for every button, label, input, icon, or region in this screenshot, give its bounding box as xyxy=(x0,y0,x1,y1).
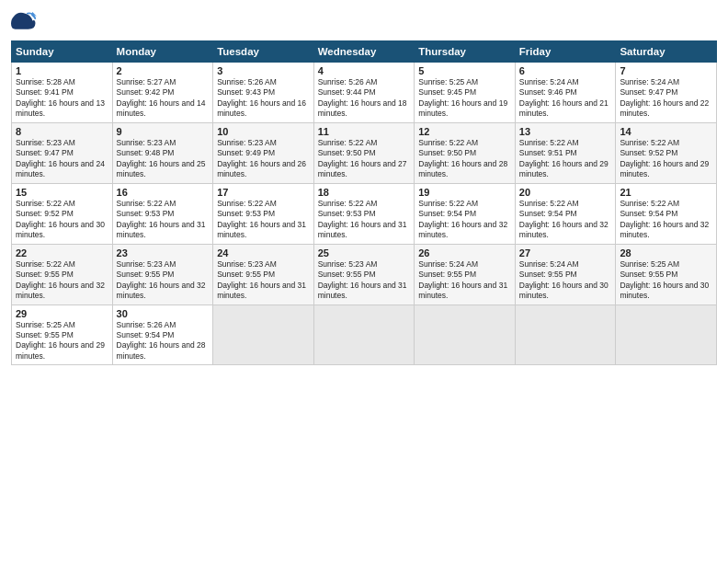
day-number: 13 xyxy=(519,126,612,137)
day-info: Sunrise: 5:22 AMSunset: 9:51 PMDaylight:… xyxy=(519,138,612,180)
day-info: Sunrise: 5:22 AMSunset: 9:54 PMDaylight:… xyxy=(620,199,712,241)
day-cell: 22Sunrise: 5:22 AMSunset: 9:55 PMDayligh… xyxy=(12,244,113,304)
day-cell: 13Sunrise: 5:22 AMSunset: 9:51 PMDayligh… xyxy=(515,122,616,183)
day-info: Sunrise: 5:22 AMSunset: 9:53 PMDaylight:… xyxy=(117,199,210,241)
day-number: 28 xyxy=(620,247,712,259)
day-info: Sunrise: 5:23 AMSunset: 9:49 PMDaylight:… xyxy=(217,138,310,180)
day-number: 10 xyxy=(217,126,310,137)
day-cell: 6Sunrise: 5:24 AMSunset: 9:46 PMDaylight… xyxy=(515,63,616,123)
day-number: 5 xyxy=(418,65,511,76)
day-cell: 18Sunrise: 5:22 AMSunset: 9:53 PMDayligh… xyxy=(313,183,415,244)
day-number: 9 xyxy=(117,126,210,137)
week-row-5: 29Sunrise: 5:25 AMSunset: 9:55 PMDayligh… xyxy=(12,304,717,365)
day-info: Sunrise: 5:23 AMSunset: 9:48 PMDaylight:… xyxy=(117,138,210,180)
day-cell xyxy=(213,304,314,365)
day-number: 15 xyxy=(16,187,108,198)
day-number: 2 xyxy=(117,65,210,76)
day-number: 14 xyxy=(620,126,712,137)
column-header-wednesday: Wednesday xyxy=(313,41,415,63)
calendar-table: SundayMondayTuesdayWednesdayThursdayFrid… xyxy=(11,40,717,365)
day-info: Sunrise: 5:26 AMSunset: 9:43 PMDaylight:… xyxy=(217,77,310,120)
day-number: 7 xyxy=(620,65,712,76)
header-row: SundayMondayTuesdayWednesdayThursdayFrid… xyxy=(12,41,717,63)
day-cell: 29Sunrise: 5:25 AMSunset: 9:55 PMDayligh… xyxy=(12,304,113,365)
day-cell: 11Sunrise: 5:22 AMSunset: 9:50 PMDayligh… xyxy=(313,122,415,183)
column-header-sunday: Sunday xyxy=(12,41,113,63)
day-info: Sunrise: 5:22 AMSunset: 9:50 PMDaylight:… xyxy=(418,138,511,180)
day-number: 4 xyxy=(318,65,411,76)
day-number: 18 xyxy=(318,187,411,198)
day-number: 27 xyxy=(519,247,612,259)
day-number: 3 xyxy=(217,65,310,76)
day-cell: 26Sunrise: 5:24 AMSunset: 9:55 PMDayligh… xyxy=(415,244,516,304)
day-number: 22 xyxy=(16,247,108,259)
day-cell xyxy=(616,304,717,365)
day-cell: 28Sunrise: 5:25 AMSunset: 9:55 PMDayligh… xyxy=(616,244,717,304)
day-cell: 1Sunrise: 5:28 AMSunset: 9:41 PMDaylight… xyxy=(12,63,113,123)
day-cell: 24Sunrise: 5:23 AMSunset: 9:55 PMDayligh… xyxy=(213,244,314,304)
header xyxy=(11,9,717,35)
day-cell: 17Sunrise: 5:22 AMSunset: 9:53 PMDayligh… xyxy=(213,183,314,244)
day-number: 6 xyxy=(519,65,612,76)
column-header-saturday: Saturday xyxy=(616,41,717,63)
day-info: Sunrise: 5:23 AMSunset: 9:55 PMDaylight:… xyxy=(318,259,411,302)
day-number: 12 xyxy=(418,126,511,137)
column-header-friday: Friday xyxy=(515,41,616,63)
day-info: Sunrise: 5:25 AMSunset: 9:45 PMDaylight:… xyxy=(418,77,511,120)
logo xyxy=(11,9,40,35)
week-row-2: 8Sunrise: 5:23 AMSunset: 9:47 PMDaylight… xyxy=(12,122,717,183)
day-number: 29 xyxy=(16,308,108,319)
day-number: 11 xyxy=(318,126,411,137)
day-cell: 3Sunrise: 5:26 AMSunset: 9:43 PMDaylight… xyxy=(213,63,314,123)
day-cell xyxy=(313,304,415,365)
day-cell: 7Sunrise: 5:24 AMSunset: 9:47 PMDaylight… xyxy=(616,63,717,123)
day-cell: 4Sunrise: 5:26 AMSunset: 9:44 PMDaylight… xyxy=(313,63,415,123)
day-cell: 14Sunrise: 5:22 AMSunset: 9:52 PMDayligh… xyxy=(616,122,717,183)
day-info: Sunrise: 5:22 AMSunset: 9:50 PMDaylight:… xyxy=(318,138,411,180)
day-cell: 10Sunrise: 5:23 AMSunset: 9:49 PMDayligh… xyxy=(213,122,314,183)
day-cell xyxy=(515,304,616,365)
day-cell: 19Sunrise: 5:22 AMSunset: 9:54 PMDayligh… xyxy=(415,183,516,244)
day-info: Sunrise: 5:23 AMSunset: 9:55 PMDaylight:… xyxy=(117,259,210,302)
day-info: Sunrise: 5:27 AMSunset: 9:42 PMDaylight:… xyxy=(117,77,210,120)
column-header-tuesday: Tuesday xyxy=(213,41,314,63)
day-info: Sunrise: 5:25 AMSunset: 9:55 PMDaylight:… xyxy=(16,320,108,362)
day-number: 16 xyxy=(117,187,210,198)
day-info: Sunrise: 5:22 AMSunset: 9:54 PMDaylight:… xyxy=(418,199,511,241)
day-info: Sunrise: 5:22 AMSunset: 9:53 PMDaylight:… xyxy=(318,199,411,241)
day-cell: 5Sunrise: 5:25 AMSunset: 9:45 PMDaylight… xyxy=(415,63,516,123)
day-info: Sunrise: 5:28 AMSunset: 9:41 PMDaylight:… xyxy=(16,77,108,120)
day-number: 20 xyxy=(519,187,612,198)
day-info: Sunrise: 5:26 AMSunset: 9:44 PMDaylight:… xyxy=(318,77,411,120)
day-cell: 15Sunrise: 5:22 AMSunset: 9:52 PMDayligh… xyxy=(12,183,113,244)
day-info: Sunrise: 5:24 AMSunset: 9:47 PMDaylight:… xyxy=(620,77,712,120)
logo-icon xyxy=(11,9,37,35)
day-number: 19 xyxy=(418,187,511,198)
day-cell: 8Sunrise: 5:23 AMSunset: 9:47 PMDaylight… xyxy=(12,122,113,183)
day-cell: 2Sunrise: 5:27 AMSunset: 9:42 PMDaylight… xyxy=(112,63,213,123)
day-info: Sunrise: 5:22 AMSunset: 9:52 PMDaylight:… xyxy=(16,199,108,241)
page-container: SundayMondayTuesdayWednesdayThursdayFrid… xyxy=(0,0,728,373)
day-cell: 25Sunrise: 5:23 AMSunset: 9:55 PMDayligh… xyxy=(313,244,415,304)
day-info: Sunrise: 5:22 AMSunset: 9:53 PMDaylight:… xyxy=(217,199,310,241)
week-row-3: 15Sunrise: 5:22 AMSunset: 9:52 PMDayligh… xyxy=(12,183,717,244)
day-number: 23 xyxy=(117,247,210,259)
day-number: 30 xyxy=(117,308,210,319)
day-cell: 16Sunrise: 5:22 AMSunset: 9:53 PMDayligh… xyxy=(112,183,213,244)
day-number: 1 xyxy=(16,65,108,76)
day-cell: 23Sunrise: 5:23 AMSunset: 9:55 PMDayligh… xyxy=(112,244,213,304)
week-row-4: 22Sunrise: 5:22 AMSunset: 9:55 PMDayligh… xyxy=(12,244,717,304)
day-info: Sunrise: 5:22 AMSunset: 9:54 PMDaylight:… xyxy=(519,199,612,241)
day-cell: 9Sunrise: 5:23 AMSunset: 9:48 PMDaylight… xyxy=(112,122,213,183)
day-number: 24 xyxy=(217,247,310,259)
day-info: Sunrise: 5:26 AMSunset: 9:54 PMDaylight:… xyxy=(117,320,210,362)
day-number: 21 xyxy=(620,187,712,198)
day-number: 26 xyxy=(418,247,511,259)
day-info: Sunrise: 5:22 AMSunset: 9:52 PMDaylight:… xyxy=(620,138,712,180)
day-info: Sunrise: 5:23 AMSunset: 9:47 PMDaylight:… xyxy=(16,138,108,180)
column-header-thursday: Thursday xyxy=(415,41,516,63)
day-info: Sunrise: 5:24 AMSunset: 9:46 PMDaylight:… xyxy=(519,77,612,120)
day-info: Sunrise: 5:25 AMSunset: 9:55 PMDaylight:… xyxy=(620,259,712,302)
day-info: Sunrise: 5:24 AMSunset: 9:55 PMDaylight:… xyxy=(418,259,511,302)
day-cell: 12Sunrise: 5:22 AMSunset: 9:50 PMDayligh… xyxy=(415,122,516,183)
